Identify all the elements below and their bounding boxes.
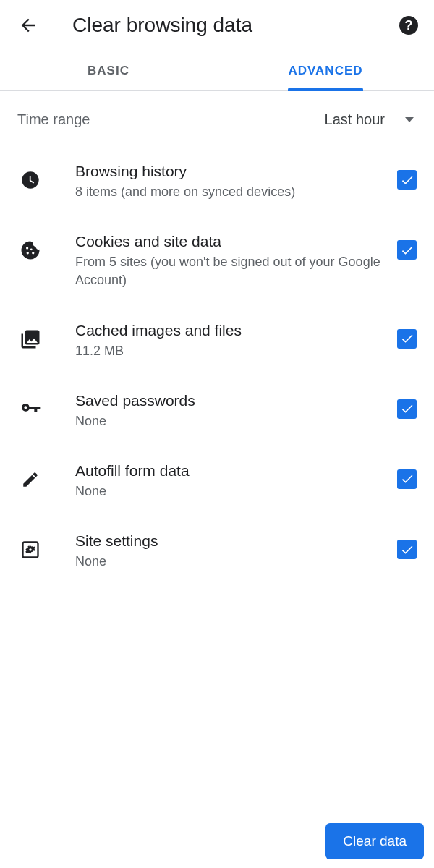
key-icon	[17, 396, 43, 422]
list-item-text: Site settings None	[75, 532, 397, 571]
svg-rect-5	[23, 542, 38, 558]
list-item-text: Autofill form data None	[75, 462, 397, 501]
checkbox-site-settings[interactable]	[397, 540, 417, 559]
image-stack-icon	[17, 326, 43, 352]
header-bar: Clear browsing data ?	[0, 0, 434, 51]
tabs: BASIC ADVANCED	[0, 51, 434, 91]
footer-bar: Clear data	[0, 814, 434, 868]
checkbox-browsing-history[interactable]	[397, 170, 417, 190]
item-subtitle: From 5 sites (you won't be signed out of…	[75, 253, 386, 289]
item-subtitle: None	[75, 482, 386, 501]
list-item-cookies: Cookies and site data From 5 sites (you …	[0, 217, 434, 305]
item-subtitle: 11.2 MB	[75, 342, 386, 360]
svg-point-2	[32, 252, 34, 254]
pencil-icon	[17, 467, 43, 493]
site-settings-icon	[17, 537, 43, 563]
item-title: Cookies and site data	[75, 233, 386, 250]
time-range-value: Last hour	[325, 111, 385, 128]
help-icon[interactable]: ?	[399, 16, 418, 35]
list-item-text: Saved passwords None	[75, 392, 397, 430]
page-title: Clear browsing data	[72, 14, 399, 37]
clock-icon	[17, 167, 43, 193]
tab-basic[interactable]: BASIC	[0, 51, 217, 90]
checkbox-passwords[interactable]	[397, 399, 417, 419]
list-item-text: Cached images and files 11.2 MB	[75, 322, 397, 360]
list-item-cached: Cached images and files 11.2 MB	[0, 306, 434, 376]
time-range-label: Time range	[17, 111, 90, 128]
list-item-site-settings: Site settings None	[0, 516, 434, 587]
list-item-passwords: Saved passwords None	[0, 376, 434, 446]
item-title: Site settings	[75, 532, 386, 550]
checkbox-autofill[interactable]	[397, 469, 417, 489]
svg-point-3	[27, 252, 29, 254]
item-title: Cached images and files	[75, 322, 386, 339]
time-range-dropdown[interactable]: Last hour	[325, 111, 417, 128]
item-subtitle: None	[75, 412, 386, 430]
checkbox-cached[interactable]	[397, 329, 417, 349]
list-item-text: Cookies and site data From 5 sites (you …	[75, 233, 397, 289]
item-subtitle: 8 items (and more on synced devices)	[75, 183, 386, 201]
list-item-autofill: Autofill form data None	[0, 446, 434, 516]
list-item-browsing-history: Browsing history 8 items (and more on sy…	[0, 147, 434, 217]
back-icon[interactable]	[16, 13, 41, 38]
item-title: Autofill form data	[75, 462, 386, 480]
svg-point-1	[26, 247, 28, 249]
chevron-down-icon	[405, 117, 414, 122]
cookie-icon	[17, 237, 43, 263]
checkbox-cookies[interactable]	[397, 240, 417, 260]
time-range-row: Time range Last hour	[0, 91, 434, 141]
data-type-list: Browsing history 8 items (and more on sy…	[0, 141, 434, 587]
clear-data-button[interactable]: Clear data	[326, 823, 424, 859]
svg-point-4	[30, 249, 33, 251]
list-item-text: Browsing history 8 items (and more on sy…	[75, 163, 397, 201]
item-title: Saved passwords	[75, 392, 386, 409]
item-title: Browsing history	[75, 163, 386, 180]
tab-advanced[interactable]: ADVANCED	[217, 51, 434, 90]
item-subtitle: None	[75, 553, 386, 571]
